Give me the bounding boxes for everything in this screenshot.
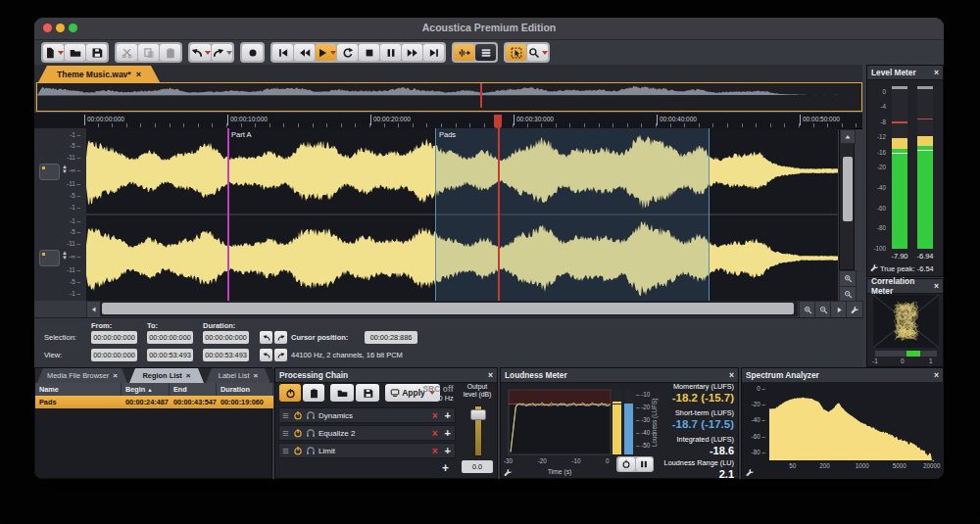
rewind-button[interactable] [294,44,315,61]
play-button[interactable] [316,44,336,61]
tab-region-list[interactable]: Region List× [129,368,204,383]
tab-close-icon[interactable]: × [253,371,258,380]
loudness-settings-button[interactable] [504,468,513,477]
file-tab[interactable]: Theme Music.wav* × [38,66,160,82]
chain-item-equalize-2[interactable]: Equalize 2 × + [278,425,456,441]
level-settings-button[interactable] [870,263,879,272]
tab-label-list[interactable]: Label List× [206,368,270,383]
channel-2-select-button[interactable] [39,250,60,266]
tab-close-icon[interactable]: × [186,371,191,380]
drag-handle-icon[interactable] [281,429,290,438]
output-slider-handle[interactable] [470,409,486,420]
loudness-pause-button[interactable] [636,457,653,471]
stop-button[interactable] [359,44,379,61]
tab-close-icon[interactable]: × [113,371,118,380]
loudness-meter-close-button[interactable]: × [729,371,734,379]
effect-monitor-icon[interactable] [306,410,316,420]
insert-effect-icon[interactable]: + [445,427,451,439]
selection-time-field[interactable]: 00:00:00:000 [147,331,193,344]
selection-time-field[interactable]: 00:00:00:000 [91,331,137,344]
play-dropdown-icon[interactable] [330,51,336,55]
chain-load-button[interactable] [330,384,354,402]
spectrum-analyzer-close-button[interactable]: × [934,371,939,379]
part-a-marker-line[interactable] [227,128,229,301]
overview-waveform[interactable] [36,82,862,112]
channel-1-select-button[interactable] [39,164,60,180]
remove-effect-icon[interactable]: × [432,410,438,421]
column-header-begin[interactable]: Begin ▲ [122,383,170,396]
add-effect-button[interactable]: + [442,461,449,475]
region-selection-overlay[interactable] [435,128,710,301]
zoom-tool-button[interactable] [527,44,548,61]
spectrum-settings-button[interactable] [746,468,755,477]
tab-media-file-browser[interactable]: Media File Browser× [37,368,127,383]
column-header-duration[interactable]: Duration [217,383,273,396]
undo-dropdown-icon[interactable] [205,51,211,55]
fast-forward-button[interactable] [402,44,422,61]
loop-button[interactable] [337,44,358,61]
chain-save-button[interactable] [356,384,379,402]
selection-redo-button[interactable] [274,331,287,344]
effect-monitor-icon[interactable] [306,446,316,455]
waveform-view-button[interactable] [454,44,474,61]
insert-effect-icon[interactable]: + [445,445,451,456]
view-time-field[interactable]: 00:00:53:493 [147,349,193,361]
chain-item-dynamics[interactable]: Dynamics × + [278,407,456,423]
view-time-field[interactable]: 00:00:00:000 [91,349,137,361]
window-minimize-button[interactable] [56,24,65,32]
effect-power-icon[interactable] [293,428,303,438]
waveform-editor[interactable]: Part APads [86,128,838,301]
drag-handle-icon[interactable] [281,411,290,420]
record-button[interactable] [242,44,263,61]
remove-effect-icon[interactable]: × [432,446,438,456]
selection-undo-button[interactable] [260,331,272,344]
zoom-in-vertical-button[interactable] [839,270,857,287]
undo-button[interactable] [190,44,211,61]
tracks-view-button[interactable] [475,44,496,61]
selection-tool-button[interactable] [506,44,526,61]
insert-effect-icon[interactable]: + [445,409,451,421]
pause-button[interactable] [380,44,401,61]
chain-item-limit[interactable]: Limit × + [278,443,456,458]
chain-power-button[interactable] [279,384,301,402]
playhead-handle[interactable] [494,115,502,128]
column-header-name[interactable]: Name [35,383,122,396]
vertical-scroll-thumb[interactable] [843,157,853,221]
go-to-start-button[interactable] [272,44,293,61]
output-level-value[interactable]: 0.0 [462,460,493,473]
vertical-scrollbar[interactable] [839,128,855,270]
view-redo-button[interactable] [274,349,287,361]
level-meter-close-button[interactable]: × [934,69,939,76]
column-header-end[interactable]: End [170,383,217,396]
window-close-button[interactable] [43,24,52,32]
effect-power-icon[interactable] [293,446,303,455]
cut-button[interactable] [117,44,137,61]
wave-settings-button[interactable] [846,301,863,318]
file-tab-close-icon[interactable]: × [136,70,141,79]
horizontal-scroll-thumb[interactable] [102,303,794,314]
remove-effect-icon[interactable]: × [432,428,438,439]
effect-monitor-icon[interactable] [306,428,316,438]
effect-power-icon[interactable] [293,410,303,420]
view-undo-button[interactable] [260,349,272,361]
loudness-reset-button[interactable] [618,457,635,471]
go-to-end-button[interactable] [423,44,444,61]
paste-button[interactable] [160,44,180,61]
drag-handle-icon[interactable] [281,447,290,455]
open-file-button[interactable] [65,44,85,61]
chain-copy-button[interactable] [303,384,324,402]
save-file-button[interactable] [86,44,107,61]
processing-chain-close-button[interactable]: × [488,371,493,379]
scroll-up-button[interactable] [840,129,856,144]
new-file-dropdown-icon[interactable] [58,51,64,55]
new-file-button[interactable] [43,44,64,61]
timeline-ruler[interactable]: 00:00:00:00000:00:10:00000:00:20:00000:0… [34,113,862,129]
cursor-position-field[interactable]: 00:00:28:886 [365,331,417,344]
selection-time-field[interactable]: 00:00:00:000 [203,331,249,344]
redo-dropdown-icon[interactable] [226,51,232,55]
zoom-tool-dropdown-icon[interactable] [542,51,548,55]
copy-button[interactable] [138,44,159,61]
window-zoom-button[interactable] [69,24,77,32]
correlation-meter-close-button[interactable]: × [934,282,939,290]
view-time-field[interactable]: 00:00:53:493 [203,349,249,361]
